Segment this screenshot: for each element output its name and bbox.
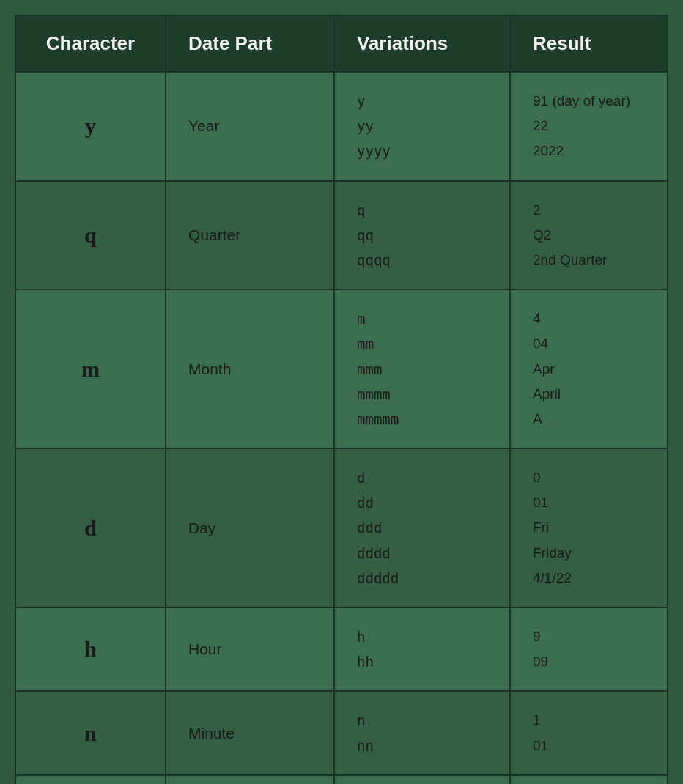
cell-variations: q qq qqqq <box>334 181 510 290</box>
header-character: Character <box>15 15 166 72</box>
cell-result: 91 (day of year) 22 2022 <box>510 72 668 181</box>
cell-result: 9 09 <box>510 607 668 691</box>
table-row: qQuarterq qq qqqq2 Q2 2nd Quarter <box>15 181 668 290</box>
cell-datepart: Month <box>166 289 334 448</box>
table-row: dDayd dd ddd dddd ddddd0 01 Fri Friday 4… <box>15 448 668 607</box>
cell-result: 2 Q2 2nd Quarter <box>510 181 668 290</box>
cell-variations: d dd ddd dddd ddddd <box>334 448 510 607</box>
cell-character: s <box>15 775 166 784</box>
cell-character: y <box>15 72 166 181</box>
cell-result: 1 01 <box>510 691 668 774</box>
cell-character: d <box>15 448 166 607</box>
cell-variations: n nn <box>334 691 510 774</box>
cell-datepart: Second <box>166 775 334 784</box>
table-row: sSeconds ss1 01 <box>15 775 668 784</box>
cell-datepart: Day <box>166 448 334 607</box>
table-row: yYeary yy yyyy91 (day of year) 22 2022 <box>15 72 668 181</box>
cell-datepart: Quarter <box>166 181 334 290</box>
date-format-table: Character Date Part Variations Result yY… <box>15 15 668 784</box>
table-row: nMinuten nn1 01 <box>15 691 668 774</box>
cell-character: h <box>15 607 166 691</box>
cell-variations: y yy yyyy <box>334 72 510 181</box>
cell-variations: h hh <box>334 607 510 691</box>
header-datepart: Date Part <box>166 15 334 72</box>
table-container: Character Date Part Variations Result yY… <box>15 15 668 784</box>
header-variations: Variations <box>334 15 510 72</box>
cell-character: n <box>15 691 166 774</box>
cell-variations: s ss <box>334 775 510 784</box>
cell-character: q <box>15 181 166 290</box>
table-row: hHourh hh9 09 <box>15 607 668 691</box>
cell-datepart: Year <box>166 72 334 181</box>
cell-variations: m mm mmm mmmm mmmmm <box>334 289 510 448</box>
cell-result: 1 01 <box>510 775 668 784</box>
header-result: Result <box>510 15 668 72</box>
cell-character: m <box>15 289 166 448</box>
cell-datepart: Minute <box>166 691 334 774</box>
cell-result: 0 01 Fri Friday 4/1/22 <box>510 448 668 607</box>
cell-datepart: Hour <box>166 607 334 691</box>
table-header-row: Character Date Part Variations Result <box>15 15 668 72</box>
table-row: mMonthm mm mmm mmmm mmmmm4 04 Apr April … <box>15 289 668 448</box>
cell-result: 4 04 Apr April A <box>510 289 668 448</box>
